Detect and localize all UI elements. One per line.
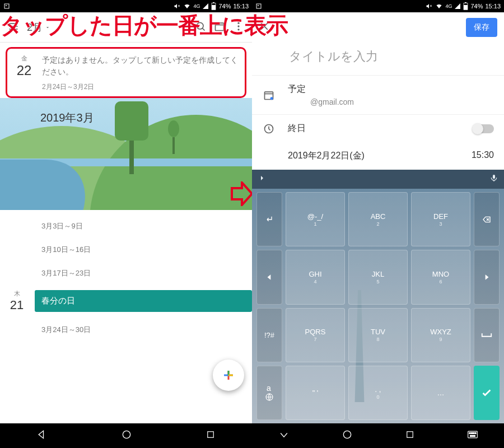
today-icon[interactable] (214, 21, 225, 34)
phone-left: 4G 74% 15:13 2月 (0, 0, 252, 448)
clock-label: 15:13 (233, 3, 249, 10)
week-row[interactable]: 3月3日～9日 (41, 214, 252, 238)
account-label: @gmail.com (288, 97, 494, 106)
mic-icon[interactable] (489, 174, 498, 185)
keyboard-key[interactable]: WXYZ9 (411, 308, 470, 362)
keyboard-key[interactable]: JKL5 (348, 250, 408, 304)
keyboard-key[interactable]: @-_/1 (286, 192, 345, 246)
close-icon[interactable] (259, 21, 270, 34)
keyboard-key[interactable]: MNO6 (411, 250, 470, 304)
start-date[interactable]: 2019年2月22日(金) (288, 150, 365, 162)
phone-right: 4G 74% 15:13 保存 タイトルを入力 予定 @gmail.com (252, 0, 504, 448)
statusbar: 4G 74% 15:13 (0, 0, 252, 12)
keyboard-enter-key[interactable] (474, 366, 500, 420)
allday-row: 終日 (252, 115, 504, 142)
keyboard-globe-key[interactable]: a (256, 366, 282, 420)
svg-rect-45 (473, 433, 474, 434)
nav-back-icon[interactable] (36, 429, 48, 442)
chevron-down-icon (45, 25, 50, 30)
keyboard-backspace-key[interactable] (474, 192, 500, 246)
keyboard-key[interactable]: . ,0 (348, 366, 408, 420)
add-event-fab[interactable] (213, 360, 244, 391)
allday-toggle[interactable] (473, 124, 494, 133)
svg-point-15 (237, 25, 239, 27)
svg-point-16 (237, 29, 239, 30)
keyboard-key[interactable]: DEF3 (411, 192, 470, 246)
battery-label: 74% (470, 3, 483, 10)
signal-icon (454, 3, 461, 10)
week-range: 2月24日～3月2日 (42, 82, 239, 92)
wifi-icon (435, 3, 443, 10)
week-row[interactable]: 3月10日～16日 (41, 238, 252, 262)
keyboard-left-key[interactable] (256, 250, 282, 304)
nav-keyboard-icon[interactable] (467, 430, 478, 441)
allday-label: 終日 (288, 123, 460, 134)
calendar-account-row[interactable]: 予定 @gmail.com (252, 76, 504, 114)
holiday-row[interactable]: 木 21 春分の日 (6, 290, 252, 312)
save-button[interactable]: 保存 (466, 18, 497, 37)
battery-icon (211, 2, 216, 10)
svg-rect-43 (469, 433, 470, 434)
svg-rect-28 (464, 5, 468, 10)
start-datetime-row[interactable]: 2019年2月22日(金) 15:30 (252, 142, 504, 170)
svg-rect-6 (213, 2, 215, 3)
expand-icon[interactable] (258, 174, 267, 185)
mute-icon (173, 3, 181, 10)
keyboard-key[interactable]: " ' (286, 366, 345, 420)
svg-point-24 (258, 5, 259, 6)
nav-home-icon[interactable] (121, 429, 132, 442)
keyboard-key[interactable]: … (411, 366, 470, 420)
keyboard-key[interactable]: TUV8 (348, 308, 408, 362)
svg-rect-5 (212, 5, 216, 10)
week-row[interactable]: 3月24日～30日 (41, 318, 252, 342)
navbar (0, 423, 252, 448)
nav-recent-icon[interactable] (405, 430, 415, 442)
keyboard-right-key[interactable] (474, 250, 500, 304)
svg-rect-36 (493, 175, 495, 179)
svg-rect-12 (216, 23, 224, 30)
screenshot-icon (3, 3, 10, 10)
svg-rect-29 (465, 2, 467, 3)
selected-day-card[interactable]: 金 22 予定はありません。タップして新しい予定を作成してください。 2月24日… (6, 47, 246, 98)
overflow-icon[interactable] (233, 21, 244, 34)
holiday-event[interactable]: 春分の日 (35, 290, 252, 312)
wifi-icon (183, 3, 191, 10)
statusbar: 4G 74% 15:13 (252, 0, 504, 12)
week-row[interactable]: 3月17日～23日 (41, 262, 252, 285)
menu-icon[interactable] (8, 21, 19, 34)
keyboard-key[interactable]: GHI4 (286, 250, 345, 304)
svg-rect-0 (4, 4, 9, 8)
keyboard-space-key[interactable] (474, 308, 500, 362)
svg-rect-41 (407, 432, 413, 438)
search-icon[interactable] (195, 21, 206, 34)
month-header: 2019年3月 (40, 110, 94, 125)
month-dropdown[interactable]: 2月 (27, 21, 50, 34)
keyboard-key[interactable]: PQRS7 (286, 308, 345, 362)
keyboard-left-hook-key[interactable] (256, 192, 282, 246)
keyboard-key[interactable]: ABC2 (348, 192, 408, 246)
month-illustration: 2019年3月 (0, 98, 252, 210)
svg-point-40 (343, 431, 351, 438)
calendar-content: 金 22 予定はありません。タップして新しい予定を作成してください。 2月24日… (0, 43, 252, 423)
svg-rect-22 (207, 432, 213, 438)
network-label: 4G (445, 3, 452, 9)
keyboard: @-_/1ABC2DEF3 GHI4JKL5MNO6 !?#PQRS7TUV8W… (252, 189, 504, 423)
nav-down-icon[interactable] (278, 429, 290, 442)
keyboard-suggestion-strip (252, 170, 504, 189)
svg-point-21 (123, 431, 130, 438)
schedule-label: 予定 (288, 83, 494, 95)
event-title-input[interactable]: タイトルを入力 (252, 43, 504, 75)
svg-line-11 (202, 28, 204, 30)
keyboard-key[interactable]: !?# (256, 308, 282, 362)
mute-icon (425, 3, 433, 10)
month-dropdown-label: 2月 (27, 21, 43, 34)
svg-point-10 (197, 22, 203, 29)
annotation-arrow-icon (231, 181, 252, 208)
start-time[interactable]: 15:30 (472, 150, 494, 162)
svg-point-1 (6, 5, 7, 6)
svg-rect-44 (471, 433, 472, 434)
nav-home-icon[interactable] (342, 429, 353, 442)
svg-rect-46 (475, 433, 476, 434)
holiday-day-number: 21 (6, 298, 28, 312)
nav-recent-icon[interactable] (206, 430, 216, 442)
